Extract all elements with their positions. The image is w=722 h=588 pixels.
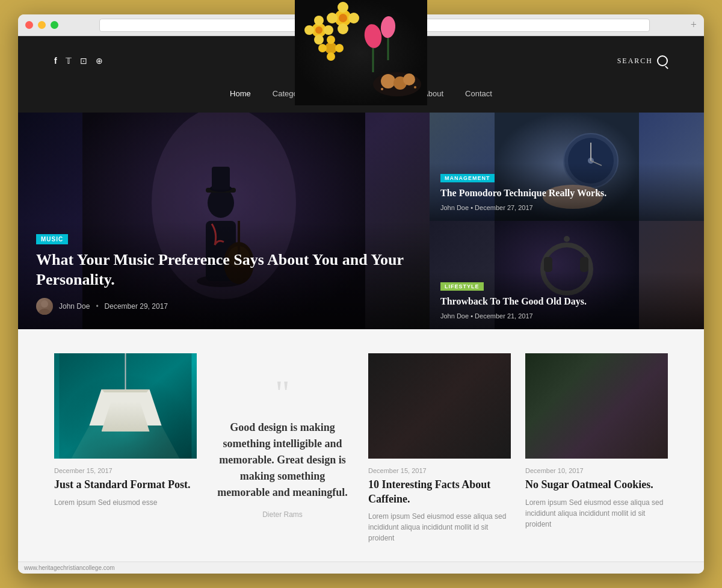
quote-marks-icon: " [275,379,290,407]
post-3-excerpt: Lorem ipsum Sed eiusmod esse aliqua sed … [368,511,511,543]
post-4-date: December 10, 2017 [525,467,668,474]
hero-category-tag[interactable]: MUSIC [36,234,68,244]
quote-text: Good design is making something intellig… [217,419,348,501]
side-card-1[interactable]: MANAGEMENT The Pomodoro Technique Really… [430,113,704,221]
side-card-2-meta: John Doe • December 21, 2017 [440,312,693,320]
post-1-image [54,353,197,459]
svg-rect-23 [580,257,588,272]
hero-meta: John Doe • December 29, 2017 [36,298,412,315]
svg-point-53 [335,44,344,52]
hero-author-avatar [36,298,53,315]
svg-point-11 [41,300,48,308]
svg-rect-22 [544,257,552,272]
quote-card[interactable]: " Good design is making something intell… [211,353,354,543]
side-card-2-tag[interactable]: LIFESTYLE [440,282,484,291]
svg-point-63 [414,86,416,88]
svg-point-41 [324,25,333,35]
svg-point-50 [327,36,335,44]
post-1-excerpt: Lorem ipsum Sed eiusmod esse [54,497,197,508]
svg-marker-28 [90,389,162,426]
quote-author: Dieter Rams [262,510,303,519]
svg-point-24 [564,236,570,242]
status-url: www.heritagechristiancollege.com [24,565,115,571]
svg-marker-30 [72,426,180,459]
post-card-3[interactable]: December 15, 2017 10 Interesting Facts A… [368,353,511,543]
post-4-title[interactable]: No Sugar Oatmeal Cookies. [525,478,668,492]
side-card-2-content: LIFESTYLE Throwback To The Good Old Days… [430,271,704,329]
svg-point-12 [39,309,51,315]
svg-point-38 [314,16,324,25]
svg-point-51 [327,52,335,61]
post-4-excerpt: Lorem ipsum Sed eiusmod esse aliqua sed … [525,497,668,530]
lower-section: December 15, 2017 Just a Standard Format… [18,329,704,562]
side-card-1-content: MANAGEMENT The Pomodoro Technique Really… [430,163,704,221]
post-4-image [525,353,668,459]
svg-point-59 [381,74,395,88]
svg-rect-7 [212,167,230,190]
hero-side-cards: MANAGEMENT The Pomodoro Technique Really… [430,113,704,329]
svg-point-61 [403,73,415,85]
svg-point-62 [381,88,383,90]
svg-point-39 [314,35,324,45]
browser-window: 🔒 colorlib.com ⟳ + f 𝕋 ⊡ ⊕ Philosophy. S… [18,14,704,574]
post-1-title[interactable]: Just a Standard Format Post. [54,478,197,492]
side-card-1-meta: John Doe • December 27, 2017 [440,204,693,211]
hero-overlay: MUSIC What Your Music Preference Says Ab… [18,221,430,329]
side-card-2-title[interactable]: Throwback To The Good Old Days. [440,296,693,308]
post-card-4[interactable]: December 10, 2017 No Sugar Oatmeal Cooki… [525,353,668,543]
hero-date: December 29, 2017 [105,302,168,311]
meta-separator: • [96,302,98,311]
svg-point-40 [304,25,314,35]
post-3-date: December 15, 2017 [368,467,511,474]
posts-grid: December 15, 2017 Just a Standard Format… [54,353,668,543]
side-card-1-tag[interactable]: MANAGEMENT [440,174,495,182]
post-1-date: December 15, 2017 [54,467,197,474]
hero-main-card[interactable]: MUSIC What Your Music Preference Says Ab… [18,113,430,329]
post-card-1[interactable]: December 15, 2017 Just a Standard Format… [54,353,197,543]
svg-point-42 [315,26,322,34]
status-bar: www.heritagechristiancollege.com [18,562,704,574]
svg-point-52 [318,44,327,52]
svg-point-45 [338,23,348,34]
side-card-1-title[interactable]: The Pomodoro Technique Really Works. [440,187,693,200]
post-3-image [368,353,511,459]
side-card-2[interactable]: LIFESTYLE Throwback To The Good Old Days… [430,221,704,329]
hero-author: John Doe [59,302,90,311]
hero-main-title[interactable]: What Your Music Preference Says About Yo… [36,250,412,289]
post-3-title[interactable]: 10 Interesting Facts About Caffeine. [368,478,511,506]
svg-marker-29 [102,389,150,392]
hero-section: MUSIC What Your Music Preference Says Ab… [18,113,704,329]
